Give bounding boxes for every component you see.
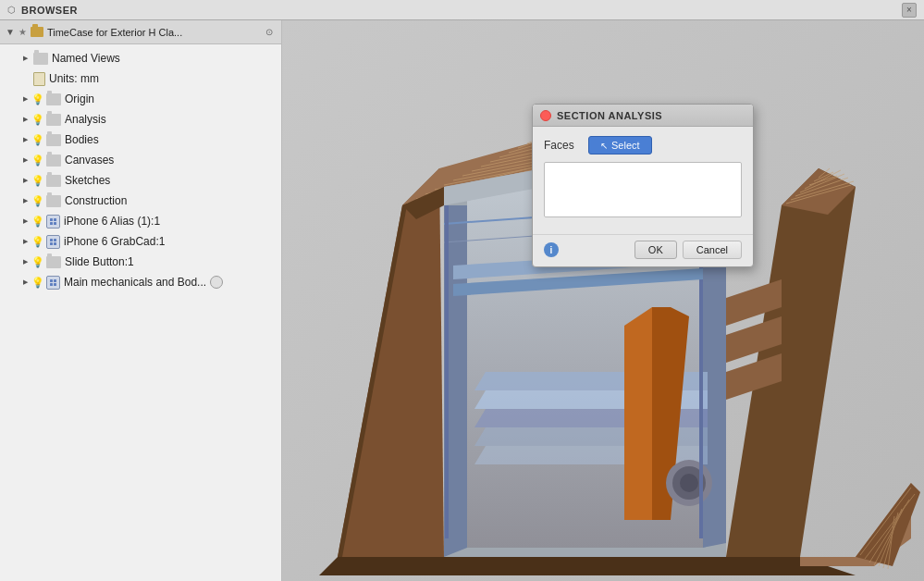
named-views-arrow[interactable] — [18, 52, 31, 65]
units-doc-icon — [33, 72, 45, 86]
construction-arrow[interactable] — [18, 194, 31, 207]
browser-close-button[interactable]: × — [902, 3, 917, 18]
sidebar-item-iphone6grabcad[interactable]: 💡 iPhone 6 GrabCad:1 — [0, 231, 281, 252]
canvases-label: Canvases — [65, 154, 114, 167]
svg-rect-0 — [50, 218, 53, 221]
svg-rect-5 — [54, 239, 56, 241]
sidebar-item-canvases[interactable]: 💡 Canvases — [0, 150, 281, 170]
sidebar-item-bodies[interactable]: 💡 Bodies — [0, 130, 281, 150]
svg-rect-10 — [50, 283, 53, 286]
units-label: Units: mm — [49, 72, 99, 85]
units-arrow — [18, 72, 31, 85]
canvases-arrow[interactable] — [18, 154, 31, 167]
info-label: i — [550, 245, 553, 255]
svg-rect-8 — [50, 279, 53, 282]
sidebar-header: ▼ ★ TimeCase for Exterior H Cla... ⊙ — [0, 20, 281, 44]
dialog-body: Faces ↖ Select — [533, 127, 753, 234]
sketches-bulb-icon[interactable]: 💡 — [31, 174, 44, 187]
mainmechanicals-arrow[interactable] — [18, 276, 31, 289]
select-label: Select — [611, 140, 640, 151]
sidebar-item-origin[interactable]: 💡 Origin — [0, 89, 281, 109]
slidebutton-folder-icon — [46, 256, 61, 268]
origin-bulb-icon[interactable]: 💡 — [31, 93, 44, 105]
svg-rect-2 — [50, 222, 53, 225]
section-analysis-dialog: SECTION ANALYSIS Faces ↖ Select i OK Can… — [532, 104, 754, 267]
sketches-arrow[interactable] — [18, 174, 31, 187]
bodies-arrow[interactable] — [18, 133, 31, 146]
dialog-faces-row: Faces ↖ Select — [544, 136, 742, 155]
named-views-label: Named Views — [52, 52, 120, 65]
analysis-bulb-icon[interactable]: 💡 — [31, 113, 44, 126]
svg-rect-11 — [54, 283, 56, 286]
sketches-label: Sketches — [65, 174, 110, 187]
bodies-bulb-icon[interactable]: 💡 — [31, 133, 44, 146]
mainmechanicals-component-icon — [46, 276, 60, 290]
analysis-label: Analysis — [65, 113, 106, 126]
svg-rect-3 — [54, 222, 56, 225]
construction-label: Construction — [65, 194, 127, 207]
bodies-folder-icon — [46, 134, 61, 146]
viewport: SECTION ANALYSIS Faces ↖ Select i OK Can… — [282, 20, 924, 581]
construction-folder-icon — [46, 195, 61, 207]
mainmechanicals-badge — [210, 276, 223, 289]
origin-folder-icon — [46, 93, 61, 105]
svg-rect-1 — [54, 218, 56, 221]
iphone6grabcad-label: iPhone 6 GrabCad:1 — [64, 235, 165, 248]
ok-button[interactable]: OK — [634, 241, 677, 259]
slidebutton-label: Slide Button:1 — [65, 255, 134, 268]
browser-icon: ⬡ — [7, 5, 16, 15]
sidebar-item-mainmechanicals[interactable]: 💡 Main mechanicals and Bod... — [0, 272, 281, 292]
sidebar-item-iphone6alias[interactable]: 💡 iPhone 6 Alias (1):1 — [0, 211, 281, 231]
mainmechanicals-bulb-icon[interactable]: 💡 — [31, 276, 44, 289]
select-button[interactable]: ↖ Select — [588, 136, 652, 155]
info-icon[interactable]: i — [544, 242, 559, 257]
cursor-icon: ↖ — [600, 141, 608, 151]
canvases-bulb-icon[interactable]: 💡 — [31, 154, 44, 167]
dialog-title: SECTION ANALYSIS — [557, 110, 662, 121]
sidebar-collapse-arrow[interactable]: ▼ — [6, 27, 15, 37]
svg-rect-4 — [50, 239, 53, 241]
origin-label: Origin — [65, 93, 94, 105]
iphone6alias-arrow[interactable] — [18, 215, 31, 228]
sidebar-pin-button[interactable]: ⊙ — [263, 26, 276, 39]
iphone6alias-component-icon — [46, 215, 60, 229]
svg-rect-6 — [50, 242, 53, 245]
browser-topbar: ⬡ BROWSER × — [0, 0, 924, 20]
faces-input-area[interactable] — [544, 162, 742, 217]
svg-rect-9 — [54, 279, 56, 282]
sidebar-root-folder-icon — [31, 27, 43, 37]
iphone6grabcad-bulb-icon[interactable]: 💡 — [31, 235, 44, 248]
svg-marker-66 — [319, 557, 856, 575]
sidebar-item-slidebutton[interactable]: 💡 Slide Button:1 — [0, 252, 281, 272]
iphone6grabcad-arrow[interactable] — [18, 235, 31, 248]
svg-rect-60 — [445, 205, 449, 538]
sketches-folder-icon — [46, 175, 61, 187]
cancel-button[interactable]: Cancel — [683, 241, 742, 259]
bodies-label: Bodies — [65, 133, 99, 146]
sidebar-item-named-views[interactable]: Named Views — [0, 48, 281, 68]
svg-point-59 — [680, 474, 698, 492]
browser-title: BROWSER — [21, 5, 78, 16]
analysis-folder-icon — [46, 114, 61, 126]
slidebutton-arrow[interactable] — [18, 255, 31, 268]
mainmechanicals-label: Main mechanicals and Bod... — [64, 276, 206, 289]
iphone6alias-bulb-icon[interactable]: 💡 — [31, 215, 44, 228]
sidebar-item-construction[interactable]: 💡 Construction — [0, 191, 281, 211]
sidebar-item-units[interactable]: Units: mm — [0, 68, 281, 89]
sidebar-panel: ▼ ★ TimeCase for Exterior H Cla... ⊙ Nam… — [0, 20, 282, 581]
origin-arrow[interactable] — [18, 93, 31, 105]
iphone6grabcad-component-icon — [46, 235, 60, 249]
analysis-arrow[interactable] — [18, 113, 31, 126]
svg-rect-7 — [54, 242, 56, 245]
sidebar-tree: Named Views Units: mm 💡 Origin 💡 Analy — [0, 44, 281, 581]
slidebutton-bulb-icon[interactable]: 💡 — [31, 255, 44, 268]
dialog-footer: i OK Cancel — [533, 234, 753, 266]
dialog-close-button[interactable] — [540, 110, 551, 121]
sidebar-item-sketches[interactable]: 💡 Sketches — [0, 170, 281, 191]
faces-label: Faces — [544, 139, 581, 152]
dialog-titlebar: SECTION ANALYSIS — [533, 105, 753, 127]
named-views-folder-icon — [33, 53, 48, 65]
sidebar-root-label: TimeCase for Exterior H Cla... — [47, 27, 259, 38]
construction-bulb-icon[interactable]: 💡 — [31, 194, 44, 207]
sidebar-item-analysis[interactable]: 💡 Analysis — [0, 109, 281, 130]
